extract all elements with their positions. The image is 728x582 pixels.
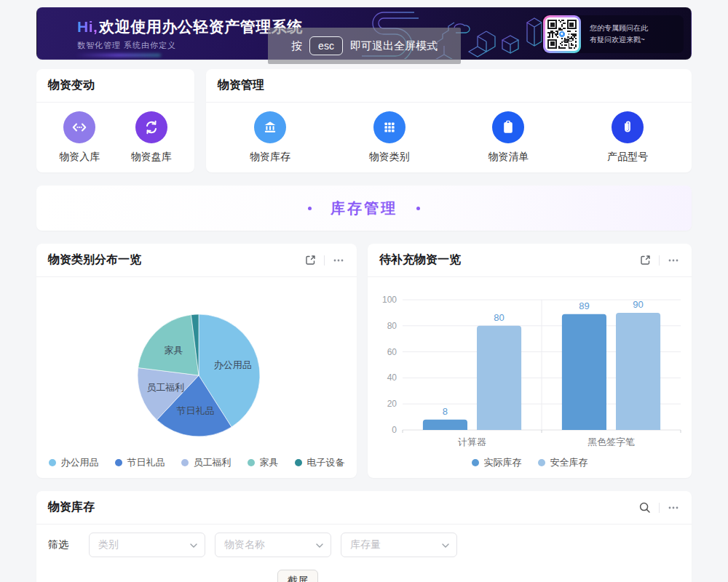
legend-item[interactable]: 办公用品 xyxy=(49,456,99,469)
bar xyxy=(562,314,606,430)
legend-item[interactable]: 员工福利 xyxy=(181,456,232,469)
paperclip-icon xyxy=(619,119,636,136)
pie-legend: 办公用品节日礼品员工福利家具电子设备 xyxy=(36,456,357,469)
clipboard-icon xyxy=(499,119,517,136)
y-tick-label: 100 xyxy=(382,295,397,305)
filter-label: 筛选 xyxy=(48,538,68,551)
inventory-title: 物资库存 xyxy=(48,500,95,515)
legend-dot xyxy=(248,459,255,466)
y-tick-label: 40 xyxy=(387,372,397,383)
bar-value-label: 8 xyxy=(443,406,448,417)
shortcut-product-model[interactable]: 产品型号 xyxy=(607,111,648,164)
pie-slice-label: 家具 xyxy=(165,345,183,356)
section-dot-left xyxy=(308,207,312,210)
bar-card-title: 待补充物资一览 xyxy=(379,252,461,268)
y-tick-label: 0 xyxy=(392,425,397,435)
qr-code xyxy=(543,15,581,53)
section-inventory-management: 库存管理 xyxy=(36,186,692,231)
bar-value-label: 90 xyxy=(633,299,643,310)
legend-label: 家具 xyxy=(260,456,279,469)
screenshot-button[interactable]: 截屏 xyxy=(277,570,318,582)
legend-dot xyxy=(49,459,56,466)
divider xyxy=(324,255,325,266)
esc-key-badge: esc xyxy=(309,36,343,55)
legend-item[interactable]: 实际库存 xyxy=(472,456,522,469)
bar xyxy=(477,326,521,430)
fullscreen-exit-tooltip: 按 esc 即可退出全屏模式 xyxy=(268,28,461,64)
more-options-icon[interactable] xyxy=(332,254,345,267)
bar xyxy=(616,313,660,430)
arrows-horizontal-icon xyxy=(71,119,88,136)
legend-item[interactable]: 电子设备 xyxy=(295,456,345,469)
shortcut-material-stock[interactable]: 物资库存 xyxy=(250,111,290,164)
legend-dot xyxy=(295,459,302,466)
stock-amount-select[interactable]: 库存量 xyxy=(341,533,457,557)
consultant-qr-panel: 您的专属顾问在此 有疑问欢迎来戳~ xyxy=(542,15,684,53)
legend-label: 节日礼品 xyxy=(127,456,165,469)
grid-icon xyxy=(381,119,397,135)
category-distribution-card: 物资类别分布一览 办公用品节日礼品员工福利家具 办公用品节日礼品员工福利家具电子… xyxy=(36,244,357,478)
divider xyxy=(659,255,660,266)
y-tick-label: 80 xyxy=(387,321,397,331)
legend-label: 办公用品 xyxy=(61,456,99,469)
x-category-label: 计算器 xyxy=(458,436,486,447)
restock-needed-card: 待补充物资一览 020406080100880计算器8990黑色签字笔 实际库存… xyxy=(368,244,692,478)
material-change-card: 物资变动 物资入库 xyxy=(36,69,194,172)
more-options-icon[interactable] xyxy=(667,501,680,514)
bar-value-label: 80 xyxy=(494,312,504,323)
material-manage-title: 物资管理 xyxy=(218,78,264,93)
divider xyxy=(659,503,660,513)
pie-slice-label: 节日礼品 xyxy=(176,405,214,416)
qr-caption: 您的专属顾问在此 有疑问欢迎来戳~ xyxy=(590,23,648,46)
expand-icon[interactable] xyxy=(639,254,652,266)
legend-item[interactable]: 家具 xyxy=(248,456,279,469)
legend-dot xyxy=(538,459,545,466)
banner-greeting: Hi, xyxy=(77,18,98,35)
chevron-down-icon xyxy=(442,543,449,548)
material-stock-card: 物资库存 筛选 类别 物资名称 xyxy=(36,491,692,582)
material-manage-card: 物资管理 物资库存 xyxy=(206,69,692,172)
material-change-title: 物资变动 xyxy=(48,78,95,93)
y-tick-label: 60 xyxy=(387,347,397,357)
bar-value-label: 89 xyxy=(579,300,589,311)
chevron-down-icon xyxy=(190,543,197,548)
bar xyxy=(423,420,467,430)
expand-icon[interactable] xyxy=(304,254,317,266)
legend-label: 实际库存 xyxy=(484,456,522,469)
search-icon[interactable] xyxy=(638,501,652,514)
shortcut-material-inbound[interactable]: 物资入库 xyxy=(59,111,100,164)
legend-label: 员工福利 xyxy=(194,456,232,469)
section-dot-right xyxy=(416,207,420,210)
section-title: 库存管理 xyxy=(331,199,397,218)
shortcut-material-category[interactable]: 物资类别 xyxy=(369,111,410,164)
category-select[interactable]: 类别 xyxy=(89,533,205,557)
pie-slice-label: 办公用品 xyxy=(214,359,252,370)
shortcut-material-stocktake[interactable]: 物资盘库 xyxy=(131,111,172,164)
legend-item[interactable]: 安全库存 xyxy=(538,456,588,469)
material-name-select[interactable]: 物资名称 xyxy=(215,533,331,557)
pie-slice-label: 员工福利 xyxy=(146,382,184,393)
legend-dot xyxy=(115,459,122,466)
legend-item[interactable]: 节日礼品 xyxy=(115,456,165,469)
legend-label: 电子设备 xyxy=(307,456,345,469)
pie-card-title: 物资类别分布一览 xyxy=(48,252,141,268)
filter-row: 筛选 类别 物资名称 库存量 xyxy=(48,533,467,557)
more-options-icon[interactable] xyxy=(667,254,680,267)
bar-chart: 020406080100880计算器8990黑色签字笔 xyxy=(368,277,692,459)
legend-dot xyxy=(472,459,479,466)
sync-icon xyxy=(143,119,160,136)
bar-legend: 实际库存安全库存 xyxy=(368,456,692,469)
legend-label: 安全库存 xyxy=(550,456,588,469)
chevron-down-icon xyxy=(316,543,323,548)
shortcut-material-list[interactable]: 物资清单 xyxy=(488,111,529,164)
x-category-label: 黑色签字笔 xyxy=(587,436,635,447)
dashboard-page: Hi,欢迎使用办公轻资产管理系统 数智化管理 系统由你定义 您的专属顾问在此 有… xyxy=(0,0,728,582)
pie-chart: 办公用品节日礼品员工福利家具 xyxy=(36,277,357,452)
bank-icon xyxy=(261,119,279,136)
y-tick-label: 20 xyxy=(387,399,397,409)
legend-dot xyxy=(181,459,189,466)
